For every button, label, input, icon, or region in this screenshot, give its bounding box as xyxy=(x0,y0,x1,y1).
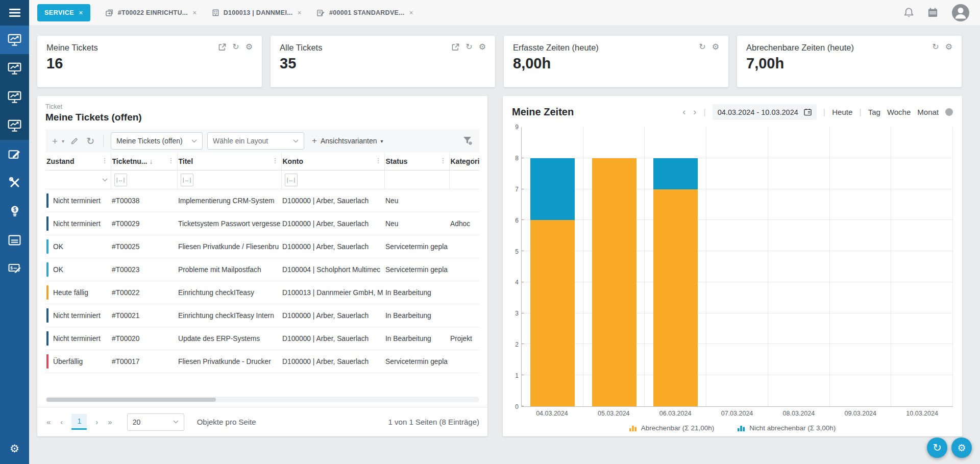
scrollbar-thumb[interactable] xyxy=(46,398,216,402)
filter-operator-icon[interactable]: |↔| xyxy=(181,174,193,186)
filter-operator-icon[interactable]: |↔| xyxy=(114,174,127,186)
table-row[interactable]: Nicht terminiert#T00029Ticketsystem Pass… xyxy=(45,212,479,235)
close-icon[interactable]: × xyxy=(298,9,302,17)
tab-3[interactable]: #00001 STANDARDVE...× xyxy=(317,9,413,17)
cell-kategorie: Projekt xyxy=(449,327,479,350)
state-color-bar xyxy=(46,239,48,254)
chevron-down-icon[interactable] xyxy=(102,178,108,182)
refresh-button[interactable]: ↻ xyxy=(85,135,96,147)
filter-cell-5[interactable] xyxy=(449,170,479,189)
column-menu-icon[interactable]: ⋮ xyxy=(272,157,279,164)
refresh-icon[interactable]: ↻ xyxy=(465,43,472,51)
add-caret-icon[interactable]: ▾ xyxy=(62,138,64,144)
close-icon[interactable]: × xyxy=(79,9,83,17)
calendar-button[interactable] xyxy=(927,7,938,18)
menu-toggle-button[interactable] xyxy=(0,0,29,26)
column-menu-icon[interactable]: ⋮ xyxy=(168,157,175,164)
table-row[interactable]: Nicht terminiert#T00021Einrichtung check… xyxy=(45,304,479,327)
filter-cell-4[interactable] xyxy=(384,170,449,189)
prev-range-button[interactable]: ‹ xyxy=(682,107,686,117)
table-row[interactable]: Heute fällig#T00022Einrichtung checkITea… xyxy=(45,281,479,304)
sidebar-item-billing[interactable]: $ xyxy=(0,254,29,283)
add-button[interactable]: + xyxy=(51,135,59,147)
column-menu-icon[interactable]: ⋮ xyxy=(440,157,447,164)
cell-zustand: Nicht terminiert xyxy=(45,304,111,327)
floating-settings-button[interactable]: ⚙ xyxy=(951,437,972,458)
view-select[interactable]: Meine Tickets (offen) xyxy=(111,132,203,150)
settings-icon[interactable]: ⚙ xyxy=(246,43,253,51)
table-row[interactable]: Nicht terminiert#T00020Update des ERP-Sy… xyxy=(45,327,479,350)
refresh-icon[interactable]: ↻ xyxy=(932,43,939,51)
sidebar-settings-button[interactable]: ⚙ xyxy=(0,438,29,459)
column-header-status[interactable]: Status⋮ xyxy=(384,153,449,170)
settings-icon[interactable]: ⚙ xyxy=(945,43,952,51)
range-month-button[interactable]: Monat xyxy=(917,108,939,116)
column-header-titel[interactable]: Titel⋮ xyxy=(177,153,281,170)
filter-cell-3[interactable]: |↔| xyxy=(281,170,384,189)
filter-cell-0[interactable] xyxy=(45,170,111,189)
column-menu-icon[interactable]: ⋮ xyxy=(470,157,477,164)
column-header-konto[interactable]: Konto⋮ xyxy=(281,153,384,170)
sidebar-item-tickets-edit[interactable] xyxy=(0,140,29,168)
first-page-button[interactable]: « xyxy=(45,418,52,426)
tab-label: D100013 | DANNMEI... xyxy=(224,9,293,16)
close-icon[interactable]: × xyxy=(409,9,413,17)
column-header-zustand[interactable]: Zustand⋮ xyxy=(45,153,111,170)
sidebar-item-service-tools[interactable] xyxy=(0,168,29,197)
horizontal-scrollbar[interactable] xyxy=(45,397,479,402)
chart-y-axis: 0123456789 xyxy=(512,127,521,407)
filter-operator-icon[interactable]: |↔| xyxy=(285,174,298,186)
bar-segment xyxy=(653,189,698,406)
filter-button[interactable]: × xyxy=(461,135,474,146)
refresh-icon[interactable]: ↻ xyxy=(232,43,239,51)
column-header-kategorie[interactable]: Kategorie⋮ xyxy=(449,153,479,170)
floating-refresh-button[interactable]: ↻ xyxy=(927,437,947,458)
prev-page-button[interactable]: ‹ xyxy=(59,418,64,426)
layout-select[interactable]: Wähle ein Layout xyxy=(207,132,304,150)
settings-icon[interactable]: ⚙ xyxy=(712,43,719,51)
column-menu-icon[interactable]: ⋮ xyxy=(102,157,108,164)
sidebar-item-opportunities[interactable]: $ xyxy=(0,197,29,226)
page-size-select[interactable]: 20 xyxy=(127,413,184,431)
table-row[interactable]: Überfällig#T00017Fliesen Privatkunde - D… xyxy=(45,350,479,373)
last-page-button[interactable]: » xyxy=(107,418,113,426)
notifications-button[interactable] xyxy=(903,7,914,18)
sidebar-item-dashboard-4[interactable] xyxy=(0,111,29,140)
column-menu-icon[interactable]: ⋮ xyxy=(375,157,382,164)
close-icon[interactable]: × xyxy=(192,9,197,17)
settings-icon[interactable]: ⚙ xyxy=(479,43,486,51)
date-range-value: 04.03.2024 - 10.03.2024 xyxy=(718,108,798,116)
next-page-button[interactable]: › xyxy=(94,418,99,426)
separator: | xyxy=(703,107,705,117)
date-range-picker[interactable]: 04.03.2024 - 10.03.2024 xyxy=(713,104,817,120)
refresh-icon[interactable]: ↻ xyxy=(699,43,705,51)
range-week-button[interactable]: Woche xyxy=(887,108,911,116)
table-row[interactable]: OK#T00023Probleme mit MailpostfachD10000… xyxy=(45,258,479,281)
building-icon xyxy=(212,9,219,16)
sidebar-item-dashboard-2[interactable] xyxy=(0,54,29,83)
current-page-button[interactable]: 1 xyxy=(71,414,87,430)
tab-2[interactable]: D100013 | DANNMEI...× xyxy=(212,9,302,17)
tab-1[interactable]: #T00022 EINRICHTU...× xyxy=(106,9,197,17)
sidebar-item-dashboard-1[interactable] xyxy=(0,26,29,54)
page-size-value: 20 xyxy=(133,418,173,426)
tab-service[interactable]: SERVICE× xyxy=(37,4,90,21)
sidebar-item-cards[interactable] xyxy=(0,226,29,254)
filter-cell-1[interactable]: |↔| xyxy=(111,170,177,189)
open-external-icon[interactable] xyxy=(218,43,226,51)
range-today-button[interactable]: Heute xyxy=(832,108,852,116)
next-range-button[interactable]: › xyxy=(693,107,697,117)
table-row[interactable]: Nicht terminiert#T00038Implementierung C… xyxy=(45,189,479,212)
chart-column-07.03.2024 xyxy=(706,127,768,406)
column-header-ticketnu[interactable]: Ticketnu...↓⋮ xyxy=(111,153,177,170)
open-external-icon[interactable] xyxy=(452,43,459,51)
table-row[interactable]: OK#T00025Fliesen Privatkunde / Fliesenbr… xyxy=(45,235,479,258)
edit-button[interactable] xyxy=(69,136,80,146)
sidebar-item-dashboard-3[interactable] xyxy=(0,83,29,111)
user-avatar-button[interactable] xyxy=(951,4,970,22)
view-variants-button[interactable]: + Ansichtsvarianten ▾ xyxy=(309,135,386,146)
x-tick-label: 05.03.2024 xyxy=(583,410,645,417)
filter-cell-2[interactable]: |↔| xyxy=(177,170,281,189)
range-day-button[interactable]: Tag xyxy=(868,108,880,116)
x-tick-label: 04.03.2024 xyxy=(521,410,583,417)
